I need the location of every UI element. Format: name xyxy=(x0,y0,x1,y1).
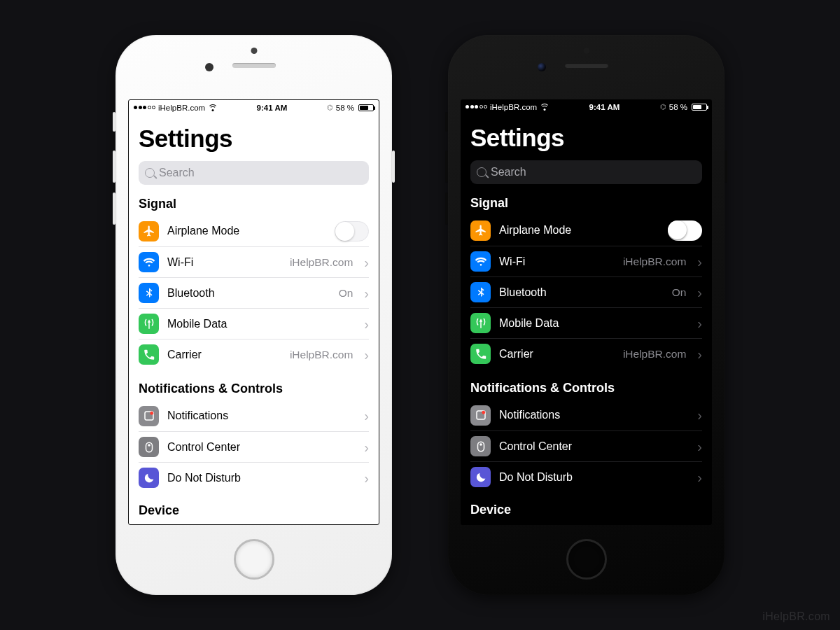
settings-row[interactable]: CarrieriHelpBR.com› xyxy=(139,339,369,370)
chevron-right-icon: › xyxy=(361,255,369,270)
search-input[interactable]: Search xyxy=(139,161,369,185)
chevron-right-icon: › xyxy=(361,409,369,423)
bluetooth-icon xyxy=(139,283,159,303)
phone-icon xyxy=(470,344,491,364)
settings-row[interactable]: Control Center› xyxy=(139,431,369,462)
clipped-row xyxy=(461,517,712,525)
notify-icon xyxy=(470,405,491,426)
settings-row[interactable]: Do Not Disturb› xyxy=(139,462,369,493)
proximity-sensor xyxy=(583,48,589,54)
section-header: Notifications & Controls xyxy=(139,382,369,396)
row-value: iHelpBR.com xyxy=(623,348,686,360)
power-button xyxy=(392,150,395,183)
chevron-right-icon: › xyxy=(694,470,702,484)
row-label: Bluetooth xyxy=(167,287,330,300)
mute-switch xyxy=(445,112,448,132)
volume-down-button xyxy=(445,192,448,225)
settings-list: Notifications›Control Center›Do Not Dist… xyxy=(139,400,369,493)
home-button[interactable] xyxy=(566,539,607,580)
watermark: iHelpBR.com xyxy=(762,610,830,623)
chevron-right-icon: › xyxy=(694,440,702,454)
front-camera xyxy=(205,63,214,71)
search-placeholder: Search xyxy=(491,166,526,178)
carrier-label: iHelpBR.com xyxy=(158,104,205,112)
settings-row[interactable]: Notifications› xyxy=(470,400,702,430)
bluetooth-status-icon: ⌬ xyxy=(327,104,333,111)
battery-percent-label: 58 % xyxy=(669,103,687,111)
status-bar: iHelpBR.com9:41 AM⌬58 % xyxy=(461,99,712,114)
row-label: Wi-Fi xyxy=(167,256,281,269)
svg-point-5 xyxy=(482,411,485,414)
chevron-right-icon: › xyxy=(694,408,702,422)
chevron-right-icon: › xyxy=(361,440,369,454)
svg-point-1 xyxy=(150,412,153,415)
battery-icon xyxy=(692,104,707,111)
toggle-switch[interactable] xyxy=(668,220,702,241)
clipped-row xyxy=(129,516,379,524)
search-icon xyxy=(477,167,486,177)
battery-icon xyxy=(358,104,374,111)
clock: 9:41 AM xyxy=(589,103,620,111)
settings-row[interactable]: BluetoothOn› xyxy=(470,276,702,307)
settings-row[interactable]: Do Not Disturb› xyxy=(470,461,702,492)
notify-icon xyxy=(139,406,159,426)
settings-list: Notifications›Control Center›Do Not Dist… xyxy=(470,400,702,492)
page-title: Settings xyxy=(470,124,702,152)
volume-up-button xyxy=(445,150,448,183)
search-icon xyxy=(145,168,155,178)
clock: 9:41 AM xyxy=(257,104,288,112)
settings-row[interactable]: Mobile Data› xyxy=(470,307,702,338)
chevron-right-icon: › xyxy=(361,348,369,362)
settings-row[interactable]: Airplane Mode xyxy=(470,215,702,246)
row-label: Do Not Disturb xyxy=(167,472,353,484)
settings-list: Airplane ModeWi-FiiHelpBR.com›BluetoothO… xyxy=(470,215,702,369)
phone-icon xyxy=(139,344,159,365)
proximity-sensor xyxy=(251,48,257,54)
bluetooth-status-icon: ⌬ xyxy=(660,103,666,111)
wifi-status-icon xyxy=(208,104,217,111)
settings-row[interactable]: Control Center› xyxy=(470,430,702,461)
wifi-icon xyxy=(139,252,159,272)
phone-light: iHelpBR.com9:41 AM⌬58 %SettingsSearchSig… xyxy=(115,35,392,595)
mute-switch xyxy=(113,112,115,132)
toggle-switch[interactable] xyxy=(335,221,369,241)
settings-row[interactable]: Mobile Data› xyxy=(139,308,369,339)
row-value: On xyxy=(672,286,687,299)
power-button xyxy=(724,150,727,183)
home-button[interactable] xyxy=(234,539,274,580)
row-label: Mobile Data xyxy=(499,317,686,330)
settings-row[interactable]: Notifications› xyxy=(139,400,369,431)
row-value: iHelpBR.com xyxy=(290,349,353,361)
settings-row[interactable]: Wi-FiiHelpBR.com› xyxy=(139,246,369,277)
battery-percent-label: 58 % xyxy=(336,104,354,112)
row-label: Carrier xyxy=(499,348,615,360)
earpiece-speaker xyxy=(565,63,608,68)
airplane-icon xyxy=(470,220,491,241)
row-label: Airplane Mode xyxy=(499,224,659,237)
signal-dots-icon xyxy=(465,105,487,108)
antenna-icon xyxy=(139,314,159,334)
page-title: Settings xyxy=(139,125,369,153)
phone-dark: iHelpBR.com9:41 AM⌬58 %SettingsSearchSig… xyxy=(448,35,724,595)
moon-icon xyxy=(139,468,159,488)
settings-row[interactable]: Airplane Mode xyxy=(139,216,369,246)
status-bar: iHelpBR.com9:41 AM⌬58 % xyxy=(129,100,379,115)
wifi-status-icon xyxy=(540,104,549,111)
settings-row[interactable]: BluetoothOn› xyxy=(139,277,369,308)
bluetooth-icon xyxy=(470,282,491,302)
carrier-label: iHelpBR.com xyxy=(490,103,537,111)
row-label: Airplane Mode xyxy=(167,225,326,237)
chevron-right-icon: › xyxy=(694,286,702,300)
control-icon xyxy=(139,437,159,457)
earpiece-speaker xyxy=(232,63,276,68)
search-input[interactable]: Search xyxy=(470,160,702,184)
row-label: Mobile Data xyxy=(167,318,353,330)
row-label: Bluetooth xyxy=(499,286,664,299)
chevron-right-icon: › xyxy=(694,347,702,361)
settings-row[interactable]: Wi-FiiHelpBR.com› xyxy=(470,246,702,276)
chevron-right-icon: › xyxy=(694,316,702,330)
settings-row[interactable]: CarrieriHelpBR.com› xyxy=(470,338,702,369)
section-header: Device xyxy=(470,503,702,517)
section-header: Signal xyxy=(139,197,369,211)
row-label: Carrier xyxy=(167,349,281,361)
